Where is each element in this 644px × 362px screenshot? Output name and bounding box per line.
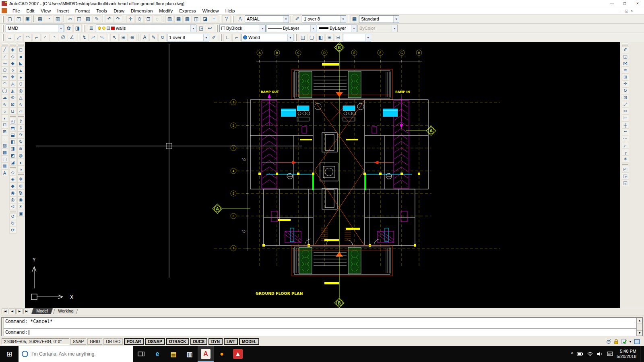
toggle-lwt[interactable]: LWT [224,338,238,345]
toggle-grid[interactable]: GRID [87,338,102,345]
toggle-otrack[interactable]: OTRACK [166,338,189,345]
table-icon[interactable]: ▦ [1,162,8,169]
cortana-search-box[interactable]: I'm Cortana. Ask me anything. [19,346,133,362]
battery-icon[interactable] [577,352,583,356]
bring-to-front-icon[interactable]: ◰ [622,166,629,173]
publish-icon[interactable]: ▥ [54,15,62,23]
tab-nav-first-icon[interactable]: |◀ [2,309,8,314]
explode-icon[interactable]: ✶ [622,156,629,162]
scroll-down-icon[interactable]: ▼ [637,330,642,336]
dim-ordinate-icon[interactable]: ⌐ [32,34,41,41]
intersect-icon[interactable]: ◑ [17,166,25,173]
minimize-button[interactable]: — [605,0,618,7]
lock-viewport-icon[interactable]: ◰ [9,118,17,125]
dim-continue-icon[interactable]: ≒ [98,34,106,41]
wifi-icon[interactable] [587,352,593,356]
polyline-icon[interactable]: ↝ [1,60,8,67]
chevron-down-icon[interactable]: ▼ [203,34,209,41]
dim-style-combo[interactable]: 1 over 8▼ [302,15,346,23]
dim-text-edit-icon[interactable]: ✎ [149,34,158,41]
dim-diameter-icon[interactable]: ∅ [59,34,67,41]
communication-center-icon[interactable] [606,339,611,344]
save-workspace-icon[interactable]: ◨ [73,25,82,32]
dim-linear-icon[interactable]: ↔ [6,34,14,41]
toggle-model[interactable]: MODEL [239,338,259,345]
menu-help[interactable]: Help [222,8,238,13]
show-desktop-button[interactable] [640,346,642,362]
send-to-back-icon[interactable]: ◲ [622,173,629,179]
center-mark-icon[interactable]: ⊕ [128,34,136,41]
taskbar-autocad[interactable]: A [198,346,214,362]
viewport-scale-combo[interactable]: ▼ [343,34,371,41]
open-icon[interactable]: ◳ [14,15,23,23]
ellipse-arc-icon[interactable]: ◖ [1,115,8,121]
close-button[interactable]: × [631,0,644,7]
toggle-ducs[interactable]: DUCS [190,338,207,345]
solid-wedge-icon[interactable]: ◣ [17,60,25,67]
mirror-icon[interactable]: ⋈ [622,60,629,67]
solid-cylinder-icon[interactable]: ⬯ [17,80,25,87]
taskbar-edge[interactable]: e [149,346,165,362]
display-viewports-icon[interactable]: ◫ [299,34,307,41]
zoom-previous-icon[interactable]: ◌ [153,15,161,23]
layer-lock-icon[interactable] [107,27,110,30]
toolbar-grip[interactable] [2,16,4,23]
region-icon[interactable]: ▢ [1,156,8,162]
dim-aligned-icon[interactable]: ⤢ [14,34,23,41]
hidden-style-icon[interactable]: ◆ [9,183,17,189]
cut-icon[interactable]: ✂ [66,15,74,23]
tolerance-icon[interactable]: ⊞ [119,34,128,41]
menu-file[interactable]: File [9,8,23,13]
layer-previous-icon[interactable]: ↩ [206,25,214,32]
quick-dimension-icon[interactable]: ↯ [80,34,89,41]
presspull-icon[interactable]: ⇩ [17,125,25,132]
break-icon[interactable]: ╍ [622,128,629,135]
solid-torus-icon[interactable]: ◎ [17,87,25,94]
break-at-point-icon[interactable]: ┼ [622,121,629,128]
pan-icon[interactable]: ✛ [126,15,135,23]
ucs-icon[interactable]: ∟ [223,34,232,41]
dim-arc-length-icon[interactable]: ◠ [23,34,32,41]
array-icon[interactable]: ⊞ [622,74,629,80]
quickcalc-icon[interactable]: ≡ [210,15,218,23]
menu-tools[interactable]: Tools [93,8,110,13]
offset-icon[interactable]: ≋ [622,67,629,74]
mdi-close-button[interactable]: × [631,9,633,13]
layer-unlock-icon[interactable]: ⊔ [9,108,17,115]
dome-3d-icon[interactable]: ◨ [9,145,17,152]
copy-object-icon[interactable]: ◱ [622,53,629,60]
mesh-3d-icon[interactable]: ◩ [9,152,17,159]
layer-isolate-icon[interactable]: ◬ [9,80,17,87]
menu-window[interactable]: Window [199,8,222,13]
toolbar-grip[interactable] [83,25,85,32]
tab-nav-last-icon[interactable]: ▶| [23,309,30,314]
erase-icon[interactable]: ✐ [622,46,629,53]
layer-on-icon[interactable] [98,27,101,30]
linetype-combo[interactable]: ByLayer▼ [266,25,316,32]
properties-icon[interactable]: ▨ [165,15,174,23]
layer-color-swatch[interactable] [111,27,115,30]
stretch-icon[interactable]: ⤢ [622,101,629,108]
toolbar-grip[interactable] [232,16,234,23]
chevron-down-icon[interactable]: ▼ [190,25,196,32]
menu-insert[interactable]: Insert [54,8,72,13]
chevron-down-icon[interactable]: ▼ [58,25,64,32]
toggle-polar[interactable]: POLAR [124,338,144,345]
standards-check-icon[interactable] [621,339,627,344]
help-icon[interactable]: ? [222,15,231,23]
plot-preview-icon[interactable]: ◔ [45,15,53,23]
layer-walk-icon[interactable]: ◇ [9,53,17,60]
menu-modify[interactable]: Modify [156,8,176,13]
chevron-down-icon[interactable]: ▼ [365,34,371,41]
trim-icon[interactable]: ✂ [622,108,629,115]
toolbar-grip[interactable] [220,34,222,41]
gradient-icon[interactable]: ▩ [1,149,8,156]
construction-line-icon[interactable]: ∕ [1,53,8,60]
make-object-layer-current-icon[interactable]: ◲ [197,25,205,32]
hatch-icon[interactable]: ▨ [1,142,8,149]
ellipse-icon[interactable]: ○ [1,108,8,115]
toggle-osnap[interactable]: OSNAP [145,338,165,345]
rotate-icon[interactable]: ↻ [622,87,629,94]
solid-sphere-icon[interactable]: ● [17,74,25,80]
dimension-style-icon[interactable]: ✐ [210,34,218,41]
